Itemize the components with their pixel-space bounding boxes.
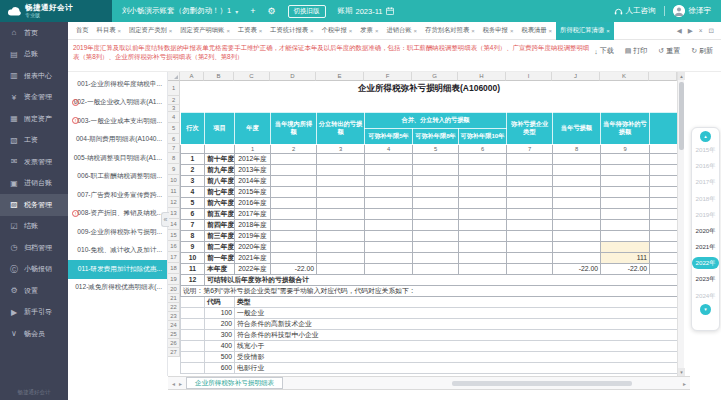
cell-year[interactable]: 2018年度	[235, 219, 271, 230]
horizontal-scrollbar[interactable]	[287, 380, 679, 387]
cell-value[interactable]	[317, 230, 365, 241]
year-item[interactable]: 2019年	[692, 207, 719, 223]
sidebar-item-payroll[interactable]: ▧工资	[0, 130, 68, 152]
cell-value[interactable]	[507, 230, 553, 241]
cell-item[interactable]: 前三年度	[205, 230, 235, 241]
cell-item[interactable]: 前七年度	[205, 186, 235, 197]
code-value-cell[interactable]: 100	[205, 307, 235, 318]
row-number[interactable]: 19	[168, 274, 180, 285]
row-number[interactable]: 10	[168, 175, 180, 186]
cell-value[interactable]	[459, 219, 507, 230]
row-number[interactable]: 8	[168, 153, 180, 164]
sheet-prev-icon[interactable]: ◂	[172, 380, 175, 387]
row-number[interactable]: 5	[168, 123, 180, 134]
sidebar-item-archive[interactable]: ◷归档管理	[0, 237, 68, 259]
column-letter[interactable]: D	[270, 72, 316, 81]
sheet-title-cell[interactable]: 企业所得税弥补亏损明细表(A106000)	[181, 81, 678, 96]
cell-item[interactable]: 前二年度	[205, 241, 235, 252]
year-item[interactable]: 2016年	[692, 158, 719, 174]
cell-rowno[interactable]: 11	[181, 263, 205, 274]
sidebar-item-reimburse[interactable]: Ⓒ小畅报销	[0, 259, 68, 281]
header-sliver-cell[interactable]	[650, 112, 678, 144]
cell-value[interactable]	[271, 164, 317, 175]
row-number[interactable]: 14	[168, 219, 180, 230]
report-list-item[interactable]: !003-一般企业成本支出明细...	[68, 112, 167, 131]
cell-item[interactable]: 前四年度	[205, 219, 235, 230]
cell-value[interactable]	[271, 175, 317, 186]
year-item[interactable]: 2024年	[692, 288, 719, 304]
cell-value[interactable]	[365, 186, 413, 197]
code-type-cell[interactable]: 符合条件的高新技术企业	[235, 318, 678, 329]
cell-value[interactable]	[365, 252, 413, 263]
cell-value[interactable]	[271, 208, 317, 219]
cell-value[interactable]	[413, 197, 459, 208]
cell-value[interactable]	[317, 219, 365, 230]
close-icon[interactable]: ×	[549, 28, 553, 34]
tab-item[interactable]: 科目表×	[93, 22, 125, 40]
close-icon[interactable]: ×	[310, 28, 314, 34]
cell-value[interactable]	[317, 241, 365, 252]
header-group-cell[interactable]: 合并、分立转入的亏损额	[365, 112, 507, 128]
row-number[interactable]: 4	[168, 112, 180, 123]
cell-value[interactable]	[271, 186, 317, 197]
tab-item[interactable]: 个税申报×	[318, 22, 357, 40]
cell-value[interactable]	[459, 252, 507, 263]
cell-value[interactable]	[601, 186, 650, 197]
cell-value[interactable]	[365, 175, 413, 186]
sidebar-item-funds[interactable]: ¥资金管理	[0, 87, 68, 109]
vertical-scrollbar[interactable]: ▴ ▾	[677, 72, 684, 376]
tab-item[interactable]: 固定资产类别×	[125, 22, 176, 40]
sheet-next-icon[interactable]: ▸	[179, 380, 182, 387]
row-number[interactable]: 24	[168, 321, 180, 330]
cell-value[interactable]	[459, 197, 507, 208]
sidebar-item-invoice[interactable]: ✉发票管理	[0, 151, 68, 173]
hscroll-thumb[interactable]	[452, 381, 632, 386]
cell-value[interactable]	[317, 153, 365, 164]
cell-value[interactable]	[365, 164, 413, 175]
report-list-item[interactable]: 011-研发费用加计扣除优惠...	[68, 260, 167, 279]
cell-value[interactable]	[601, 208, 650, 219]
code-type-cell[interactable]: 电影行业	[235, 362, 678, 373]
cell-value[interactable]	[553, 252, 601, 263]
colnum-cell[interactable]: 7	[507, 144, 553, 153]
code-cell[interactable]	[181, 340, 205, 351]
switch-old-version-button[interactable]: 切换旧版	[288, 5, 326, 18]
colnum-cell[interactable]: 5	[413, 144, 459, 153]
cell-value[interactable]	[413, 186, 459, 197]
row-number[interactable]: 7	[168, 144, 180, 153]
row-number[interactable]: 3	[168, 105, 180, 112]
cell-value[interactable]	[650, 230, 678, 241]
row-number[interactable]: 2	[168, 96, 180, 105]
cell-value[interactable]	[271, 252, 317, 263]
cell-value[interactable]	[650, 241, 678, 252]
cell-value[interactable]: -22.00	[601, 263, 650, 274]
row-number[interactable]: 9	[168, 164, 180, 175]
column-letter[interactable]: C	[234, 72, 270, 81]
cell-value[interactable]	[459, 164, 507, 175]
code-type-cell[interactable]: 受疫情影	[235, 351, 678, 362]
cell-year[interactable]: 2016年度	[235, 197, 271, 208]
cell-value[interactable]	[553, 230, 601, 241]
row-number[interactable]: 27	[168, 348, 180, 357]
row-number[interactable]: 25	[168, 330, 180, 339]
sidebar-item-closing[interactable]: ☑结账	[0, 216, 68, 238]
code-header-cell[interactable]: 类型	[235, 296, 678, 307]
close-icon[interactable]: ×	[349, 28, 353, 34]
cell-value[interactable]	[317, 197, 365, 208]
code-value-cell[interactable]: 200	[205, 318, 235, 329]
sidebar-item-assets[interactable]: ▦固定资产	[0, 108, 68, 130]
cell-value[interactable]	[413, 252, 459, 263]
cell-value[interactable]	[365, 230, 413, 241]
colnum-cell[interactable]	[181, 144, 205, 153]
code-type-cell[interactable]: 符合条件的科技型中小企业	[235, 329, 678, 340]
cell-value[interactable]: -22.00	[271, 263, 317, 274]
cell-value[interactable]	[459, 208, 507, 219]
cell-year[interactable]: 2021年度	[235, 252, 271, 263]
header-cell[interactable]: 年度	[235, 112, 271, 144]
cell-value[interactable]: -22.00	[553, 263, 601, 274]
cell-rowno[interactable]: 10	[181, 252, 205, 263]
add-account-button[interactable]: +	[250, 0, 255, 22]
empty-cell[interactable]	[181, 96, 678, 105]
toolbar-refresh-button[interactable]: ↻刷新	[691, 46, 713, 56]
tabs-scroll-right-icon[interactable]: ▶	[688, 27, 693, 35]
